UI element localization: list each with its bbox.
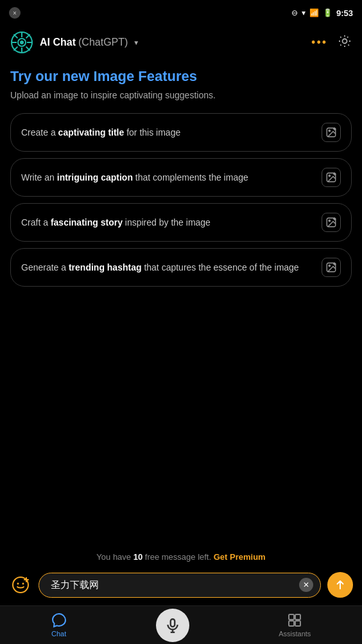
nav-center-button[interactable] bbox=[156, 609, 189, 642]
svg-point-21 bbox=[329, 220, 330, 221]
svg-point-11 bbox=[343, 39, 347, 43]
wifi-icon: ▾ bbox=[302, 8, 306, 17]
header-right: ••• bbox=[311, 34, 352, 51]
more-options-button[interactable]: ••• bbox=[311, 36, 327, 49]
mic-icon bbox=[164, 617, 181, 634]
svg-rect-37 bbox=[295, 614, 300, 620]
status-right: ⊖ ▾ 📶 🔋 9:53 bbox=[291, 8, 353, 18]
feature-card-story[interactable]: Craft a fascinating story inspired by th… bbox=[10, 203, 352, 242]
image-add-icon-2 bbox=[322, 168, 341, 187]
svg-point-29 bbox=[17, 583, 19, 585]
feature-card-story-text: Craft a fascinating story inspired by th… bbox=[21, 217, 315, 228]
svg-point-25 bbox=[329, 265, 330, 266]
chevron-down-icon: ▼ bbox=[133, 39, 139, 46]
feature-card-caption-text: Write an intriguing caption that complem… bbox=[21, 172, 315, 183]
bottom-area: You have 10 free message left. Get Premi… bbox=[0, 547, 362, 605]
send-button[interactable] bbox=[327, 572, 353, 598]
header-subtitle: (ChatGPT) bbox=[78, 37, 128, 48]
svg-point-17 bbox=[329, 175, 330, 176]
bottom-nav: Chat Assistants bbox=[0, 605, 362, 644]
header: AI Chat (ChatGPT) ▼ ••• bbox=[0, 23, 362, 62]
main-content: Try our new Image Features Upload an ima… bbox=[0, 62, 362, 300]
svg-rect-36 bbox=[289, 614, 294, 620]
image-add-icon-4 bbox=[322, 258, 341, 277]
feature-subtitle: Upload an image to inspire captivating s… bbox=[10, 90, 352, 100]
feature-card-hashtag-text: Generate a trending hashtag that capture… bbox=[21, 262, 315, 273]
free-message-count: 10 bbox=[134, 552, 142, 562]
battery-icon: 🔋 bbox=[323, 8, 332, 17]
clear-input-button[interactable]: ✕ bbox=[299, 578, 313, 592]
emoji-add-button[interactable] bbox=[9, 573, 32, 596]
free-message-bar: You have 10 free message left. Get Premi… bbox=[0, 547, 362, 567]
minus-icon: ⊖ bbox=[291, 8, 298, 17]
nav-chat-label: Chat bbox=[51, 630, 66, 638]
close-icon[interactable]: × bbox=[9, 7, 21, 19]
message-input[interactable] bbox=[39, 573, 321, 598]
nav-assistants-label: Assistants bbox=[279, 630, 311, 638]
nav-item-assistants[interactable]: Assistants bbox=[266, 609, 323, 641]
feature-card-title[interactable]: Create a captivating title for this imag… bbox=[10, 113, 352, 152]
svg-rect-39 bbox=[295, 621, 300, 626]
image-add-icon bbox=[322, 123, 341, 142]
svg-point-10 bbox=[20, 40, 24, 44]
nav-item-chat[interactable]: Chat bbox=[39, 609, 80, 641]
svg-point-13 bbox=[329, 130, 330, 131]
input-field-wrapper: ✕ bbox=[39, 573, 321, 598]
free-message-text-after: free message left. bbox=[142, 552, 211, 562]
status-left: × bbox=[9, 7, 21, 19]
svg-rect-38 bbox=[289, 621, 294, 626]
feature-card-title-text: Create a captivating title for this imag… bbox=[21, 127, 315, 138]
header-title: AI Chat bbox=[40, 37, 76, 48]
svg-point-30 bbox=[22, 583, 24, 585]
settings-button[interactable] bbox=[338, 34, 352, 51]
feature-title: Try our new Image Features bbox=[10, 68, 352, 85]
header-left: AI Chat (ChatGPT) ▼ bbox=[10, 31, 139, 54]
header-title-group[interactable]: AI Chat (ChatGPT) ▼ bbox=[40, 37, 139, 48]
status-time: 9:53 bbox=[336, 8, 353, 18]
app-logo-icon bbox=[10, 31, 33, 54]
svg-rect-33 bbox=[171, 619, 175, 627]
image-add-icon-3 bbox=[322, 213, 341, 232]
chat-nav-icon bbox=[51, 613, 67, 628]
feature-card-caption[interactable]: Write an intriguing caption that complem… bbox=[10, 158, 352, 197]
feature-card-hashtag[interactable]: Generate a trending hashtag that capture… bbox=[10, 248, 352, 287]
status-bar: × ⊖ ▾ 📶 🔋 9:53 bbox=[0, 0, 362, 23]
signal-icon: 📶 bbox=[309, 8, 319, 17]
get-premium-button[interactable]: Get Premium bbox=[214, 552, 266, 562]
input-row: ✕ bbox=[0, 567, 362, 605]
assistants-nav-icon bbox=[287, 613, 302, 628]
free-message-text-before: You have bbox=[96, 552, 133, 562]
